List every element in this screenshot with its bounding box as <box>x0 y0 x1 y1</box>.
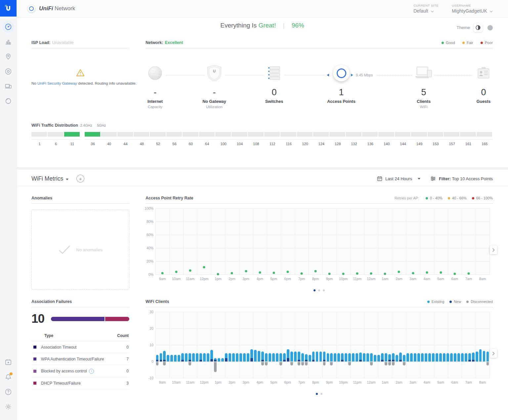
x-tick-label: 11am <box>186 277 194 281</box>
topology-node-clients[interactable]: 5 Clients WiFi <box>401 60 447 109</box>
channel-segment <box>215 132 231 137</box>
gridline-v <box>476 208 476 274</box>
ubiquiti-logo[interactable] <box>0 0 17 17</box>
pagination-dot[interactable] <box>320 393 322 395</box>
sidebar-item-dashboard[interactable] <box>0 19 17 34</box>
poor-dot-icon <box>481 42 483 44</box>
channel-segment <box>248 132 264 137</box>
y-tick-label: 20 <box>144 326 153 330</box>
anomalies-panel: Anomalies No anomalies <box>31 196 129 290</box>
bar-existing <box>218 358 220 361</box>
site-selector[interactable]: CURRENT SITE Default <box>413 4 439 14</box>
bar-existing <box>366 353 369 361</box>
topology-node-guests[interactable]: 0 Guests <box>460 60 507 109</box>
next-page-button[interactable] <box>490 245 497 254</box>
time-range-selector[interactable]: Last 24 Hours <box>377 176 420 181</box>
channel-segment <box>199 132 215 137</box>
network-quality-legend: Good Fair Poor <box>442 41 493 45</box>
map-icon <box>5 53 12 60</box>
bar-existing <box>261 352 264 360</box>
topology-node-internet[interactable]: - Internet Capacity <box>132 60 178 109</box>
bar-existing <box>436 353 438 361</box>
section-divider <box>17 167 508 170</box>
x-tick-label: 12am <box>367 277 375 281</box>
retry-data-point <box>328 273 331 275</box>
gridline-v <box>420 208 420 274</box>
bar-disconnected <box>163 362 166 365</box>
bar-existing <box>250 349 253 358</box>
x-tick-label: 1am <box>382 380 388 384</box>
y-tick-label: 30 <box>144 310 153 314</box>
info-icon[interactable]: i <box>89 369 94 374</box>
user-menu[interactable]: USERNAME MightyGadgetUK <box>452 4 492 14</box>
bar-disconnected <box>189 362 191 365</box>
gateway-shield-icon: U <box>206 64 222 82</box>
devices-icon <box>5 68 12 75</box>
sidebar-item-settings[interactable] <box>0 399 17 414</box>
x-tick-label: 12pm <box>200 380 208 384</box>
channel-segment <box>460 132 476 137</box>
x-tick-label: 4pm <box>256 277 263 281</box>
bar-disconnected <box>403 362 405 365</box>
y-tick-label: 100% <box>144 206 153 210</box>
network-topology: 9.45 Mbps - Internet Capacity U <box>146 60 493 113</box>
wifi-clients-x-axis: 9am10am11am12pm1pm2pm3pm4pm5pm6pm7pm8pm9… <box>155 380 489 386</box>
channel-segment <box>150 132 165 137</box>
bar-existing <box>192 353 195 361</box>
sidebar-item-events[interactable] <box>0 355 17 369</box>
bar-existing <box>345 353 347 361</box>
wifi-metrics-title[interactable]: WiFi Metrics <box>31 175 68 182</box>
bar-existing <box>258 351 260 362</box>
sidebar-item-clients[interactable] <box>0 79 17 94</box>
pagination-dot[interactable] <box>314 289 316 291</box>
bar-existing <box>247 353 249 361</box>
x-tick-label: 3pm <box>242 380 249 384</box>
pagination-dot[interactable] <box>318 289 320 291</box>
topology-node-access-points[interactable]: 1 Access Points <box>318 60 364 109</box>
sidebar-item-insights[interactable] <box>0 94 17 108</box>
retry-data-point <box>342 273 345 275</box>
gridline-v <box>281 312 281 378</box>
pagination-dot[interactable] <box>316 393 318 395</box>
bar-existing <box>450 353 453 361</box>
gateway-link[interactable]: UniFi Security Gateway <box>37 81 77 85</box>
pagination-dot[interactable] <box>323 289 325 291</box>
channel-segment <box>477 132 492 137</box>
sidebar-item-devices[interactable] <box>0 64 17 79</box>
failure-row: Association Timeout0 <box>31 341 129 353</box>
topology-node-gateway[interactable]: U - No Gateway Utilization <box>191 60 237 109</box>
gridline-v <box>378 312 378 378</box>
gridline-v <box>267 208 267 274</box>
sidebar-item-map[interactable] <box>0 49 17 64</box>
bar-existing <box>410 353 413 361</box>
theme-light-button[interactable] <box>474 23 483 32</box>
filter-control[interactable]: Filter: Top 10 Access Points <box>430 176 493 181</box>
access-points-label: Access Points <box>318 99 364 104</box>
gridline-v <box>434 208 434 274</box>
add-metric-button[interactable]: + <box>76 175 84 183</box>
retry-data-point <box>286 271 289 273</box>
theme-dark-button[interactable] <box>487 25 493 30</box>
next-page-button[interactable] <box>490 349 497 358</box>
gridline-v <box>336 208 337 274</box>
alerts-badge <box>10 372 13 375</box>
channel-segment <box>362 132 378 137</box>
gridline-v <box>392 312 392 378</box>
bar-existing <box>417 353 420 361</box>
bar-existing <box>483 351 486 362</box>
sidebar <box>0 0 17 420</box>
bar-new <box>298 360 300 361</box>
statistics-icon <box>5 38 12 45</box>
gridline-v <box>448 208 448 274</box>
topology-node-switches[interactable]: 0 Switches <box>251 60 297 109</box>
x-tick-label: 1pm <box>215 380 221 384</box>
bar-disconnected <box>305 362 308 365</box>
clients-label: Clients <box>401 99 447 104</box>
gridline-v <box>392 208 392 274</box>
x-tick-label: 5am <box>437 380 444 384</box>
sidebar-item-alerts[interactable] <box>0 369 17 384</box>
gridline-v <box>364 312 364 378</box>
sidebar-item-statistics[interactable] <box>0 34 17 49</box>
x-tick-label: 1am <box>382 277 388 281</box>
sidebar-item-help[interactable] <box>0 384 17 399</box>
